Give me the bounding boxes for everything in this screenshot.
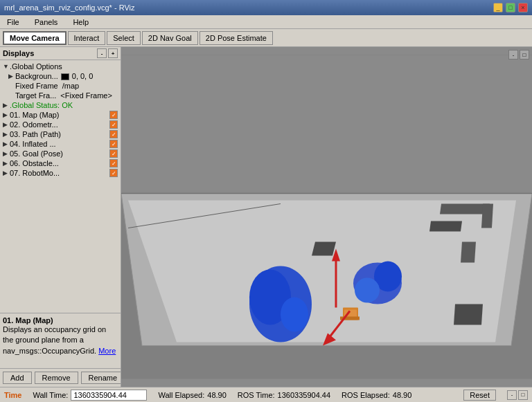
displays-title: Displays bbox=[3, 49, 34, 57]
tree-item-global-status[interactable]: ▶ .Global Status: OK bbox=[0, 100, 121, 110]
time-label: Time bbox=[4, 391, 21, 399]
obstacle-checkbox-container bbox=[109, 159, 118, 167]
expand-arrow-goal: ▶ bbox=[3, 150, 8, 157]
svg-marker-10 bbox=[481, 204, 493, 228]
inflated-checkbox[interactable] bbox=[109, 140, 118, 148]
inflated-label: 04. Inflated ... bbox=[10, 140, 56, 148]
path-checkbox-container bbox=[109, 130, 118, 138]
titlebar-title: mrl_arena_sim_rviz_config.vcg* - RViz bbox=[4, 3, 135, 12]
svg-marker-5 bbox=[312, 242, 336, 256]
robotmo-checkbox[interactable] bbox=[109, 169, 118, 177]
display-tree: ▼ .Global Options ▶ Backgroun... 0, 0, 0… bbox=[0, 60, 121, 313]
displays-minimize-icon[interactable]: - bbox=[97, 48, 107, 58]
remove-button[interactable]: Remove bbox=[35, 372, 78, 384]
map-checkbox[interactable] bbox=[109, 111, 118, 119]
background-color-swatch-container bbox=[61, 72, 69, 80]
minimize-button[interactable]: _ bbox=[493, 3, 503, 12]
reset-button[interactable]: Reset bbox=[463, 390, 496, 401]
maximize-button[interactable]: □ bbox=[506, 3, 515, 12]
button-bar: Add Remove Rename bbox=[0, 368, 121, 387]
add-button[interactable]: Add bbox=[3, 372, 32, 384]
select-button[interactable]: Select bbox=[107, 31, 141, 45]
wall-elapsed-item: Wall Elapsed: 48.90 bbox=[158, 391, 226, 399]
2d-pose-estimate-button[interactable]: 2D Pose Estimate bbox=[200, 31, 273, 45]
path-checkbox[interactable] bbox=[109, 130, 118, 138]
rename-button[interactable]: Rename bbox=[81, 372, 121, 384]
global-status-label: .Global Status: OK bbox=[10, 101, 73, 109]
close-button[interactable]: × bbox=[518, 3, 528, 12]
svg-marker-7 bbox=[461, 242, 476, 263]
viewport-icon-1[interactable]: - bbox=[508, 50, 518, 60]
ros-time-label: ROS Time: bbox=[238, 391, 275, 399]
tree-item-map[interactable]: ▶ 01. Map (Map) bbox=[0, 110, 121, 120]
move-camera-button[interactable]: Move Camera bbox=[3, 31, 66, 45]
viewport[interactable]: - □ bbox=[121, 47, 532, 387]
statusbar-icon-1[interactable]: - bbox=[507, 390, 517, 400]
robotmo-label: 07. RobotMo... bbox=[10, 169, 60, 177]
background-label: Backgroun... bbox=[15, 72, 58, 80]
expand-arrow-global: ▼ bbox=[3, 63, 8, 70]
path-label: 03. Path (Path) bbox=[10, 130, 61, 138]
goal-checkbox-container bbox=[109, 149, 118, 158]
tree-item-odometr[interactable]: ▶ 02. Odometr... bbox=[0, 120, 121, 129]
3d-scene[interactable] bbox=[121, 47, 532, 387]
svg-marker-6 bbox=[429, 221, 462, 232]
wall-time-item: Wall Time: bbox=[33, 390, 147, 401]
menu-help[interactable]: Help bbox=[69, 17, 93, 28]
wall-time-input[interactable] bbox=[71, 390, 147, 401]
expand-arrow-map: ▶ bbox=[3, 111, 8, 118]
expand-arrow-inflated: ▶ bbox=[3, 140, 8, 147]
expand-arrow-odometr: ▶ bbox=[3, 121, 8, 128]
tree-item-robotmo[interactable]: ▶ 07. RobotMo... bbox=[0, 168, 121, 178]
tree-item-obstacle[interactable]: ▶ 06. Obstacle... bbox=[0, 158, 121, 168]
displays-icons: - + bbox=[97, 48, 118, 58]
goal-label: 05. Goal (Pose) bbox=[10, 149, 63, 158]
displays-expand-icon[interactable]: + bbox=[108, 48, 118, 58]
tree-item-target-frame[interactable]: Target Fra... <Fixed Frame> bbox=[0, 91, 121, 100]
statusbar-icons: - □ bbox=[507, 390, 528, 400]
menu-panels[interactable]: Panels bbox=[30, 17, 62, 28]
statusbar: Time Wall Time: Wall Elapsed: 48.90 ROS … bbox=[0, 387, 532, 402]
content-area: Displays - + ▼ .Global Options ▶ Backgro… bbox=[0, 47, 532, 387]
statusbar-icon-2[interactable]: □ bbox=[518, 390, 528, 400]
viewport-icon-2[interactable]: □ bbox=[520, 50, 529, 60]
obstacle-checkbox[interactable] bbox=[109, 159, 118, 167]
wall-elapsed-label: Wall Elapsed: bbox=[158, 391, 204, 399]
fixed-frame-value: /map bbox=[62, 82, 79, 90]
description-panel: 01. Map (Map) Displays an occupancy grid… bbox=[0, 313, 121, 368]
expand-arrow-status: ▶ bbox=[3, 102, 8, 109]
tree-item-goal[interactable]: ▶ 05. Goal (Pose) bbox=[0, 149, 121, 158]
background-color-swatch[interactable] bbox=[61, 73, 69, 80]
2d-nav-goal-button[interactable]: 2D Nav Goal bbox=[142, 31, 198, 45]
ros-elapsed-value: 48.90 bbox=[393, 391, 412, 399]
background-value: 0, 0, 0 bbox=[72, 72, 94, 80]
tree-item-background[interactable]: ▶ Backgroun... 0, 0, 0 bbox=[0, 71, 121, 81]
tree-item-global-options[interactable]: ▼ .Global Options bbox=[0, 62, 121, 71]
expand-arrow-robotmo: ▶ bbox=[3, 170, 8, 176]
expand-arrow-path: ▶ bbox=[3, 131, 8, 138]
menu-file[interactable]: File bbox=[3, 17, 24, 28]
ros-time-value: 1360335904.44 bbox=[278, 391, 330, 399]
map-checkbox-container bbox=[109, 111, 118, 119]
tree-item-path[interactable]: ▶ 03. Path (Path) bbox=[0, 129, 121, 139]
expand-arrow-bg: ▶ bbox=[8, 73, 14, 80]
robotmo-checkbox-container bbox=[109, 169, 118, 177]
sidebar: Displays - + ▼ .Global Options ▶ Backgro… bbox=[0, 47, 121, 387]
viewport-icons: - □ bbox=[508, 50, 529, 60]
svg-marker-9 bbox=[440, 204, 490, 214]
interact-button[interactable]: Interact bbox=[68, 31, 106, 45]
tree-item-fixed-frame[interactable]: Fixed Frame /map bbox=[0, 81, 121, 91]
more-link[interactable]: More bbox=[98, 347, 116, 355]
svg-point-16 bbox=[355, 278, 380, 303]
svg-marker-8 bbox=[454, 304, 483, 325]
fixed-frame-label: Fixed Frame bbox=[15, 82, 58, 90]
toolbar: Move Camera Interact Select 2D Nav Goal … bbox=[0, 29, 532, 47]
goal-checkbox[interactable] bbox=[109, 149, 118, 158]
displays-header: Displays - + bbox=[0, 47, 121, 60]
ros-elapsed-item: ROS Elapsed: 48.90 bbox=[342, 391, 411, 399]
wall-time-label: Wall Time: bbox=[33, 391, 68, 399]
desc-title: 01. Map (Map) bbox=[3, 316, 118, 325]
odometr-checkbox[interactable] bbox=[109, 120, 118, 129]
ros-elapsed-label: ROS Elapsed: bbox=[342, 391, 390, 399]
tree-item-inflated[interactable]: ▶ 04. Inflated ... bbox=[0, 139, 121, 149]
